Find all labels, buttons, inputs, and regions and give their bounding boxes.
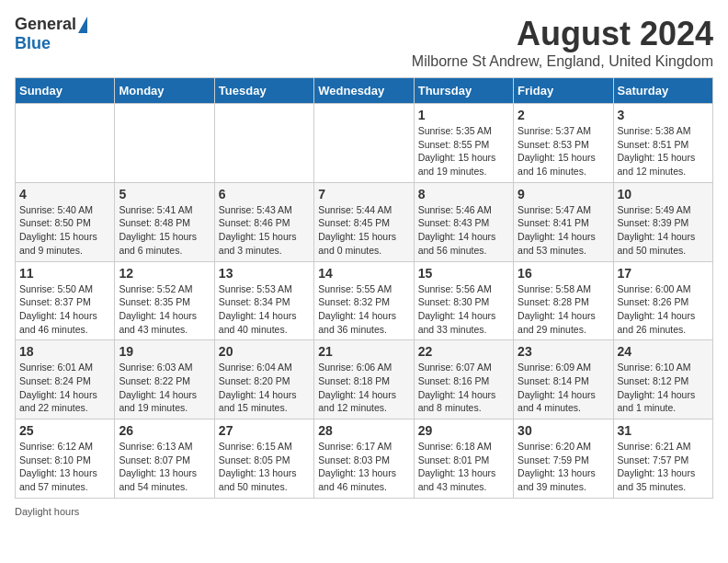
calendar-cell: 7Sunrise: 5:44 AM Sunset: 8:45 PM Daylig… [314,182,414,261]
day-info: Sunrise: 5:58 AM Sunset: 8:28 PM Dayligh… [518,282,609,337]
day-number: 27 [219,423,310,438]
day-info: Sunrise: 5:56 AM Sunset: 8:30 PM Dayligh… [418,282,509,337]
calendar-cell: 26Sunrise: 6:13 AM Sunset: 8:07 PM Dayli… [115,419,214,499]
calendar-day-header: Wednesday [314,78,414,104]
logo-blue-text: Blue [15,34,51,53]
footer-note: Daylight hours [15,506,713,517]
calendar-cell: 5Sunrise: 5:41 AM Sunset: 8:48 PM Daylig… [115,182,214,261]
calendar-day-header: Sunday [16,78,115,104]
calendar-cell: 28Sunrise: 6:17 AM Sunset: 8:03 PM Dayli… [314,419,414,499]
day-info: Sunrise: 6:04 AM Sunset: 8:20 PM Dayligh… [219,361,310,415]
day-number: 20 [219,344,310,359]
day-number: 12 [119,266,210,281]
day-info: Sunrise: 6:10 AM Sunset: 8:12 PM Dayligh… [618,361,709,415]
calendar-cell: 30Sunrise: 6:20 AM Sunset: 7:59 PM Dayli… [514,419,613,499]
day-info: Sunrise: 5:47 AM Sunset: 8:41 PM Dayligh… [518,203,609,258]
day-number: 25 [19,423,110,438]
day-number: 16 [518,266,609,281]
day-number: 8 [418,187,509,201]
day-number: 21 [318,344,409,359]
calendar-cell: 10Sunrise: 5:49 AM Sunset: 8:39 PM Dayli… [613,182,712,261]
calendar-week-row: 1Sunrise: 5:35 AM Sunset: 8:55 PM Daylig… [16,104,713,183]
day-info: Sunrise: 6:07 AM Sunset: 8:16 PM Dayligh… [418,361,509,415]
day-info: Sunrise: 5:50 AM Sunset: 8:37 PM Dayligh… [19,282,110,337]
day-number: 29 [418,423,509,438]
calendar-cell: 25Sunrise: 6:12 AM Sunset: 8:10 PM Dayli… [16,419,115,499]
day-info: Sunrise: 5:53 AM Sunset: 8:34 PM Dayligh… [219,282,310,337]
day-number: 14 [318,266,409,281]
calendar-week-row: 11Sunrise: 5:50 AM Sunset: 8:37 PM Dayli… [16,261,713,340]
day-number: 22 [418,344,509,359]
day-info: Sunrise: 6:20 AM Sunset: 7:59 PM Dayligh… [518,440,609,494]
day-number: 7 [318,187,409,201]
calendar-day-header: Monday [115,78,214,104]
calendar-day-header: Thursday [414,78,513,104]
calendar-cell: 11Sunrise: 5:50 AM Sunset: 8:37 PM Dayli… [16,261,115,340]
calendar-day-header: Saturday [613,78,712,104]
calendar-cell: 9Sunrise: 5:47 AM Sunset: 8:41 PM Daylig… [514,182,613,261]
day-info: Sunrise: 6:01 AM Sunset: 8:24 PM Dayligh… [19,361,110,415]
calendar-week-row: 25Sunrise: 6:12 AM Sunset: 8:10 PM Dayli… [16,419,713,499]
calendar-cell: 21Sunrise: 6:06 AM Sunset: 8:18 PM Dayli… [314,340,414,419]
calendar-cell: 1Sunrise: 5:35 AM Sunset: 8:55 PM Daylig… [414,104,513,183]
page-header: General Blue August 2024 Milborne St And… [15,15,713,70]
day-info: Sunrise: 6:17 AM Sunset: 8:03 PM Dayligh… [318,440,409,494]
day-info: Sunrise: 6:09 AM Sunset: 8:14 PM Dayligh… [518,361,609,415]
calendar-cell: 19Sunrise: 6:03 AM Sunset: 8:22 PM Dayli… [115,340,214,419]
day-number: 26 [119,423,210,438]
day-info: Sunrise: 5:40 AM Sunset: 8:50 PM Dayligh… [19,203,110,258]
day-number: 28 [318,423,409,438]
calendar-cell: 27Sunrise: 6:15 AM Sunset: 8:05 PM Dayli… [214,419,313,499]
calendar-week-row: 4Sunrise: 5:40 AM Sunset: 8:50 PM Daylig… [16,182,713,261]
day-info: Sunrise: 6:18 AM Sunset: 8:01 PM Dayligh… [418,440,509,494]
day-number: 10 [618,187,709,201]
main-title: August 2024 [412,15,713,53]
day-info: Sunrise: 5:44 AM Sunset: 8:45 PM Dayligh… [318,203,409,258]
day-info: Sunrise: 5:41 AM Sunset: 8:48 PM Dayligh… [119,203,210,258]
calendar-table: SundayMondayTuesdayWednesdayThursdayFrid… [15,77,713,499]
day-number: 1 [418,108,509,122]
day-number: 18 [19,344,110,359]
logo: General Blue [15,15,87,53]
title-area: August 2024 Milborne St Andrew, England,… [412,15,713,70]
calendar-cell: 15Sunrise: 5:56 AM Sunset: 8:30 PM Dayli… [414,261,513,340]
day-info: Sunrise: 5:37 AM Sunset: 8:53 PM Dayligh… [518,124,609,178]
calendar-cell [314,104,414,183]
calendar-cell: 18Sunrise: 6:01 AM Sunset: 8:24 PM Dayli… [16,340,115,419]
calendar-cell: 17Sunrise: 6:00 AM Sunset: 8:26 PM Dayli… [613,261,712,340]
calendar-cell: 16Sunrise: 5:58 AM Sunset: 8:28 PM Dayli… [514,261,613,340]
calendar-header-row: SundayMondayTuesdayWednesdayThursdayFrid… [16,78,713,104]
day-number: 11 [19,266,110,281]
calendar-cell: 14Sunrise: 5:55 AM Sunset: 8:32 PM Dayli… [314,261,414,340]
calendar-cell: 8Sunrise: 5:46 AM Sunset: 8:43 PM Daylig… [414,182,513,261]
calendar-cell: 3Sunrise: 5:38 AM Sunset: 8:51 PM Daylig… [613,104,712,183]
calendar-cell: 29Sunrise: 6:18 AM Sunset: 8:01 PM Dayli… [414,419,513,499]
calendar-cell: 6Sunrise: 5:43 AM Sunset: 8:46 PM Daylig… [214,182,313,261]
calendar-cell: 22Sunrise: 6:07 AM Sunset: 8:16 PM Dayli… [414,340,513,419]
calendar-cell: 31Sunrise: 6:21 AM Sunset: 7:57 PM Dayli… [613,419,712,499]
day-number: 6 [219,187,310,201]
calendar-cell: 13Sunrise: 5:53 AM Sunset: 8:34 PM Dayli… [214,261,313,340]
day-info: Sunrise: 6:12 AM Sunset: 8:10 PM Dayligh… [19,440,110,494]
day-number: 23 [518,344,609,359]
day-info: Sunrise: 5:55 AM Sunset: 8:32 PM Dayligh… [318,282,409,337]
logo-triangle-icon [78,17,87,33]
day-info: Sunrise: 5:49 AM Sunset: 8:39 PM Dayligh… [618,203,709,258]
day-number: 3 [618,108,709,122]
day-number: 19 [119,344,210,359]
calendar-day-header: Friday [514,78,613,104]
logo-general-text: General [15,15,76,34]
day-number: 30 [518,423,609,438]
day-number: 15 [418,266,509,281]
day-number: 13 [219,266,310,281]
day-info: Sunrise: 5:52 AM Sunset: 8:35 PM Dayligh… [119,282,210,337]
day-info: Sunrise: 6:21 AM Sunset: 7:57 PM Dayligh… [618,440,709,494]
day-number: 4 [19,187,110,201]
calendar-cell: 12Sunrise: 5:52 AM Sunset: 8:35 PM Dayli… [115,261,214,340]
day-number: 31 [618,423,709,438]
calendar-cell [16,104,115,183]
calendar-cell: 23Sunrise: 6:09 AM Sunset: 8:14 PM Dayli… [514,340,613,419]
day-info: Sunrise: 6:13 AM Sunset: 8:07 PM Dayligh… [119,440,210,494]
day-info: Sunrise: 6:06 AM Sunset: 8:18 PM Dayligh… [318,361,409,415]
calendar-day-header: Tuesday [214,78,313,104]
